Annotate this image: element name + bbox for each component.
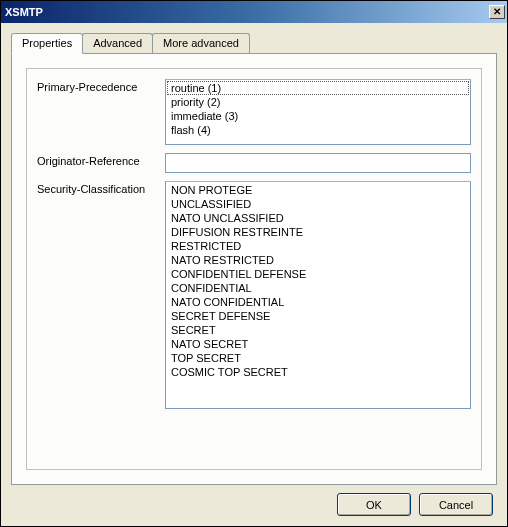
xsmtp-dialog: XSMTP ✕ Properties Advanced More advance… (0, 0, 508, 527)
cancel-button[interactable]: Cancel (419, 493, 493, 516)
list-item[interactable]: flash (4) (167, 123, 469, 137)
originator-reference-input[interactable] (165, 153, 471, 173)
security-classification-listbox[interactable]: NON PROTEGEUNCLASSIFIEDNATO UNCLASSIFIED… (165, 181, 471, 409)
list-item[interactable]: NON PROTEGE (167, 183, 469, 197)
list-item[interactable]: priority (2) (167, 95, 469, 109)
tab-label: Properties (22, 37, 72, 49)
list-item[interactable]: SECRET (167, 323, 469, 337)
close-icon: ✕ (493, 7, 501, 17)
label-originator-reference: Originator-Reference (37, 153, 165, 167)
window-title: XSMTP (5, 6, 43, 18)
tab-label: More advanced (163, 37, 239, 49)
label-security-classification: Security-Classification (37, 181, 165, 195)
tabstrip: Properties Advanced More advanced (11, 33, 497, 53)
list-item[interactable]: DIFFUSION RESTREINTE (167, 225, 469, 239)
titlebar: XSMTP ✕ (1, 1, 507, 23)
row-security-classification: Security-Classification NON PROTEGEUNCLA… (37, 181, 471, 409)
list-item[interactable]: NATO SECRET (167, 337, 469, 351)
list-item[interactable]: COSMIC TOP SECRET (167, 365, 469, 379)
list-item[interactable]: routine (1) (167, 81, 469, 95)
tab-more-advanced[interactable]: More advanced (152, 33, 250, 53)
list-item[interactable]: UNCLASSIFIED (167, 197, 469, 211)
label-primary-precedence: Primary-Precedence (37, 79, 165, 93)
list-item[interactable]: immediate (3) (167, 109, 469, 123)
tab-panel-properties: Primary-Precedence routine (1)priority (… (11, 53, 497, 485)
tab-advanced[interactable]: Advanced (82, 33, 153, 53)
list-item[interactable]: SECRET DEFENSE (167, 309, 469, 323)
control-originator-reference (165, 153, 471, 173)
properties-group: Primary-Precedence routine (1)priority (… (26, 68, 482, 470)
list-item[interactable]: NATO UNCLASSIFIED (167, 211, 469, 225)
client-area: Properties Advanced More advanced Primar… (1, 23, 507, 526)
tab-label: Advanced (93, 37, 142, 49)
list-item[interactable]: NATO RESTRICTED (167, 253, 469, 267)
row-primary-precedence: Primary-Precedence routine (1)priority (… (37, 79, 471, 145)
list-item[interactable]: CONFIDENTIEL DEFENSE (167, 267, 469, 281)
row-originator-reference: Originator-Reference (37, 153, 471, 173)
list-item[interactable]: TOP SECRET (167, 351, 469, 365)
list-item[interactable]: NATO CONFIDENTIAL (167, 295, 469, 309)
list-item[interactable]: RESTRICTED (167, 239, 469, 253)
primary-precedence-listbox[interactable]: routine (1)priority (2)immediate (3)flas… (165, 79, 471, 145)
control-security-classification: NON PROTEGEUNCLASSIFIEDNATO UNCLASSIFIED… (165, 181, 471, 409)
title-controls: ✕ (489, 5, 505, 19)
close-button[interactable]: ✕ (489, 5, 505, 19)
ok-button[interactable]: OK (337, 493, 411, 516)
tab-properties[interactable]: Properties (11, 33, 83, 54)
dialog-button-row: OK Cancel (11, 485, 497, 518)
control-primary-precedence: routine (1)priority (2)immediate (3)flas… (165, 79, 471, 145)
list-item[interactable]: CONFIDENTIAL (167, 281, 469, 295)
